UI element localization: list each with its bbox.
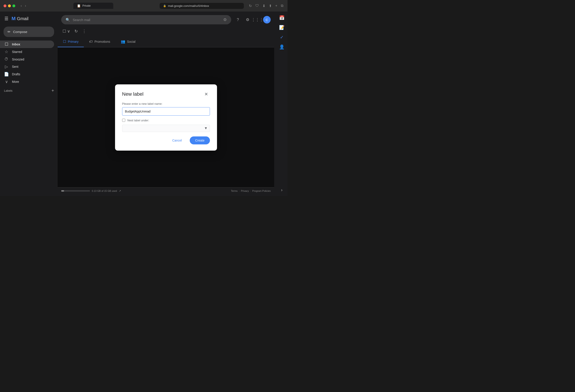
compose-icon: ✏ <box>7 30 10 34</box>
sidebar-item-drafts[interactable]: 📄 Drafts <box>0 70 54 78</box>
mail-toolbar: ☐ ∨ ↻ ⋮ <box>58 26 274 36</box>
compose-button[interactable]: ✏ Compose <box>3 27 54 37</box>
tasks-button[interactable]: 📝 <box>277 23 286 32</box>
clock-icon: ⏱ <box>4 57 9 62</box>
app-container: ☰ M Gmail ✏ Compose ☐ Inbox ☆ Starred ⏱ <box>0 12 288 196</box>
drafts-icon: 📄 <box>4 72 9 77</box>
forward-button[interactable]: › <box>24 3 27 8</box>
traffic-lights <box>3 4 15 7</box>
storage-bar-container: 0.13 GB of 15 GB used ↗ <box>61 189 231 193</box>
modal-close-button[interactable]: ✕ <box>203 90 210 98</box>
more-options-button[interactable]: ⋮ <box>81 27 88 35</box>
storage-bar <box>61 190 90 192</box>
tab-promotions[interactable]: 🏷 Promotions <box>84 36 116 47</box>
cancel-button[interactable]: Cancel <box>167 136 187 144</box>
footer-separator-1: · <box>239 190 240 192</box>
labels-section-label: Labels <box>4 89 12 92</box>
label-name-input[interactable] <box>122 107 210 116</box>
footer-privacy[interactable]: Privacy <box>241 190 249 192</box>
add-label-button[interactable]: + <box>51 88 54 93</box>
lock-icon: 🔒 <box>163 4 166 7</box>
download-button[interactable]: ⬇ <box>262 3 266 9</box>
help-button[interactable]: ? <box>234 16 242 24</box>
nest-label-select-wrapper: ▼ <box>122 125 210 132</box>
compose-label: Compose <box>13 30 27 34</box>
mail-tabs: ☐ Primary 🏷 Promotions 👥 Social <box>58 36 274 47</box>
calendar-button[interactable]: 📅 <box>277 13 286 22</box>
refresh-button[interactable]: ↻ <box>248 3 252 9</box>
inbox-icon: ☐ <box>4 42 9 47</box>
nest-label-checkbox[interactable] <box>122 119 125 122</box>
contacts-button[interactable]: 👤 <box>277 43 286 51</box>
primary-tab-label: Primary <box>68 40 78 44</box>
tab-primary[interactable]: ☐ Primary <box>58 36 84 47</box>
sidebar-item-snoozed[interactable]: ⏱ Snoozed <box>0 56 54 63</box>
sidebar: ☰ M Gmail ✏ Compose ☐ Inbox ☆ Starred ⏱ <box>0 12 58 196</box>
tab-label: Private <box>82 4 91 7</box>
right-sidebar: 📅 📝 ✓ 👤 › <box>276 12 288 196</box>
sidebar-item-more[interactable]: ∨ More <box>0 78 54 86</box>
close-traffic-light[interactable] <box>3 4 6 7</box>
storage-link-icon[interactable]: ↗ <box>119 189 121 193</box>
search-placeholder: Search mail <box>73 18 220 22</box>
tab-icon: 📋 <box>77 4 81 7</box>
gmail-m-icon: M <box>12 16 16 22</box>
nest-label-select[interactable] <box>122 125 210 132</box>
url-text: mail.google.com/mail/u/0/#inbox <box>168 4 209 7</box>
expand-sidebar-button[interactable]: › <box>277 185 286 194</box>
modal-overlay: New label ✕ Please enter a new label nam… <box>58 47 274 187</box>
modal-footer: Cancel Create <box>122 136 210 144</box>
top-bar: 🔍 Search mail ⚙ ? ⚙ ⋮⋮⋮ C <box>58 13 274 26</box>
sidebar-header: ☰ M Gmail <box>0 13 58 26</box>
new-tab-button[interactable]: + <box>275 3 278 8</box>
menu-button[interactable]: ☰ <box>3 15 9 22</box>
fullscreen-traffic-light[interactable] <box>12 4 15 7</box>
more-label: More <box>12 80 19 84</box>
refresh-mail-button[interactable]: ↻ <box>73 27 79 35</box>
labels-section-header: Labels + <box>0 86 58 95</box>
sent-label: Sent <box>12 65 18 68</box>
nest-label-row: Nest label under: <box>122 119 210 122</box>
starred-label: Starred <box>12 50 22 54</box>
browser-chrome: ‹ › 📋 Private 🔒 mail.google.com/mail/u/0… <box>0 0 288 12</box>
select-all-button[interactable]: ☐ ∨ <box>61 27 71 35</box>
sidebar-item-starred[interactable]: ☆ Starred <box>0 48 54 56</box>
tab-social[interactable]: 👥 Social <box>116 36 141 47</box>
back-button[interactable]: ‹ <box>20 3 23 8</box>
browser-tab[interactable]: 📋 Private <box>73 3 113 9</box>
mail-content: New label ✕ Please enter a new label nam… <box>58 47 274 187</box>
modal-instruction: Please enter a new label name: <box>122 102 210 106</box>
main-area: 🔍 Search mail ⚙ ? ⚙ ⋮⋮⋮ C ☐ ∨ ↻ ⋮ ☐ Prim… <box>58 13 274 194</box>
modal-header: New label ✕ <box>122 90 210 98</box>
top-bar-actions: ? ⚙ ⋮⋮⋮ C <box>234 16 271 24</box>
apps-button[interactable]: ⋮⋮⋮ <box>253 16 261 24</box>
footer-separator-2: · <box>250 190 251 192</box>
inbox-label: Inbox <box>12 43 20 46</box>
search-filter-icon[interactable]: ⚙ <box>223 17 227 22</box>
social-tab-icon: 👥 <box>121 39 125 44</box>
extensions-button[interactable]: 🛡 <box>255 3 260 8</box>
windows-button[interactable]: ⧉ <box>280 3 284 8</box>
search-bar[interactable]: 🔍 Search mail ⚙ <box>61 15 231 24</box>
sidebar-item-inbox[interactable]: ☐ Inbox <box>0 41 54 48</box>
create-button[interactable]: Create <box>190 136 210 144</box>
sidebar-nav: ☐ Inbox ☆ Starred ⏱ Snoozed ▷ Sent 📄 Dra… <box>0 41 58 196</box>
keep-button[interactable]: ✓ <box>277 33 286 42</box>
settings-button[interactable]: ⚙ <box>244 16 252 24</box>
drafts-label: Drafts <box>12 72 20 76</box>
nav-controls: ‹ › <box>20 3 27 8</box>
new-label-modal: New label ✕ Please enter a new label nam… <box>115 84 217 151</box>
chevron-down-icon: ∨ <box>4 79 9 84</box>
minimize-traffic-light[interactable] <box>8 4 11 7</box>
primary-tab-icon: ☐ <box>63 39 66 44</box>
footer-terms[interactable]: Terms <box>231 190 238 192</box>
address-bar[interactable]: 🔒 mail.google.com/mail/u/0/#inbox <box>160 3 244 9</box>
share-button[interactable]: ⬆ <box>268 3 272 9</box>
footer-program-policies[interactable]: Program Policies <box>252 190 271 192</box>
sidebar-item-sent[interactable]: ▷ Sent <box>0 63 54 70</box>
avatar[interactable]: C <box>263 16 271 23</box>
mail-footer: 0.13 GB of 15 GB used ↗ Terms · Privacy … <box>58 187 274 194</box>
storage-bar-fill <box>61 190 64 192</box>
promotions-tab-label: Promotions <box>95 40 110 44</box>
tab-bar: 📋 Private <box>30 3 157 9</box>
